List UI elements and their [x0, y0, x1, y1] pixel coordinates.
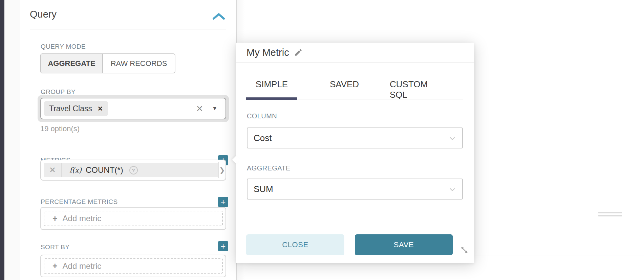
sort-by-dropzone: + Add metric: [40, 255, 226, 277]
group-by-tag-label: Travel Class: [49, 104, 92, 113]
percentage-metrics-label: PERCENTAGE METRICS: [41, 198, 117, 206]
column-select[interactable]: Cost: [247, 127, 463, 148]
query-section-title: Query: [30, 9, 57, 20]
metric-pill[interactable]: ✕ f(x) COUNT(*) ?: [44, 163, 218, 177]
group-by-label: GROUP BY: [41, 88, 76, 96]
query-mode-toggle: AGGREGATE RAW RECORDS: [40, 53, 175, 73]
query-mode-aggregate-button[interactable]: AGGREGATE: [41, 54, 103, 73]
pane-drag-handle-line[interactable]: [598, 215, 622, 216]
section-divider: [30, 29, 226, 29]
add-plus-icon: +: [52, 261, 58, 271]
group-by-options-count: 19 option(s): [40, 124, 80, 133]
tab-saved[interactable]: SAVED: [320, 79, 369, 92]
aggregate-label: AGGREGATE: [247, 164, 291, 172]
aggregate-select-value: SUM: [254, 184, 273, 194]
percentage-metrics-add-area[interactable]: + Add metric: [44, 211, 223, 226]
metric-edit-popover: My Metric SIMPLE SAVED CUSTOM SQL COLUMN…: [236, 43, 474, 263]
chevron-down-icon: [448, 185, 457, 194]
popover-arrow: [232, 156, 240, 164]
save-button[interactable]: SAVE: [355, 234, 453, 255]
metric-expand-chevron-icon[interactable]: ❯: [218, 162, 226, 178]
add-plus-icon: +: [52, 214, 58, 224]
sort-by-add-area[interactable]: + Add metric: [44, 258, 223, 274]
percentage-metrics-dropzone: + Add metric: [40, 207, 226, 230]
column-label: COLUMN: [247, 112, 277, 120]
popover-title: My Metric: [246, 47, 289, 58]
chevron-down-icon: [448, 134, 457, 143]
sort-by-label: SORT BY: [41, 243, 70, 251]
add-sort-by-button[interactable]: +: [218, 241, 228, 251]
aggregate-select[interactable]: SUM: [247, 179, 463, 200]
tag-remove-icon[interactable]: ✕: [98, 105, 103, 113]
group-by-tag: Travel Class ✕: [44, 101, 108, 116]
left-dark-rail: [0, 0, 4, 280]
active-tab-underline: [246, 97, 297, 100]
add-metric-placeholder: Add metric: [63, 214, 102, 223]
close-button[interactable]: CLOSE: [246, 234, 344, 255]
edit-pencil-icon[interactable]: [294, 48, 303, 57]
add-metric-placeholder: Add metric: [63, 261, 102, 271]
collapse-section-chevron-up-icon[interactable]: [212, 12, 225, 20]
group-by-select[interactable]: Travel Class ✕ ✕ ▼: [40, 98, 226, 119]
metric-remove-icon[interactable]: ✕: [44, 163, 62, 177]
tab-simple[interactable]: SIMPLE: [246, 79, 297, 92]
resize-expand-icon[interactable]: [460, 246, 469, 255]
pane-drag-handle-line[interactable]: [598, 212, 622, 213]
help-icon[interactable]: ?: [129, 166, 138, 174]
metrics-control: ✕ f(x) COUNT(*) ? ❯: [40, 160, 226, 181]
clear-all-icon[interactable]: ✕: [196, 104, 203, 114]
column-select-value: Cost: [254, 133, 272, 143]
tab-custom-sql[interactable]: CUSTOM SQL: [390, 79, 446, 92]
collapsed-side-column: [4, 0, 20, 280]
function-icon: f(x): [69, 166, 82, 174]
query-mode-label: QUERY MODE: [41, 43, 86, 50]
metric-expression: COUNT(*): [86, 165, 123, 175]
query-mode-raw-records-button[interactable]: RAW RECORDS: [103, 54, 175, 73]
popover-header: My Metric: [236, 43, 474, 63]
dropdown-caret-icon[interactable]: ▼: [212, 106, 217, 112]
add-percentage-metric-button[interactable]: +: [218, 197, 228, 207]
